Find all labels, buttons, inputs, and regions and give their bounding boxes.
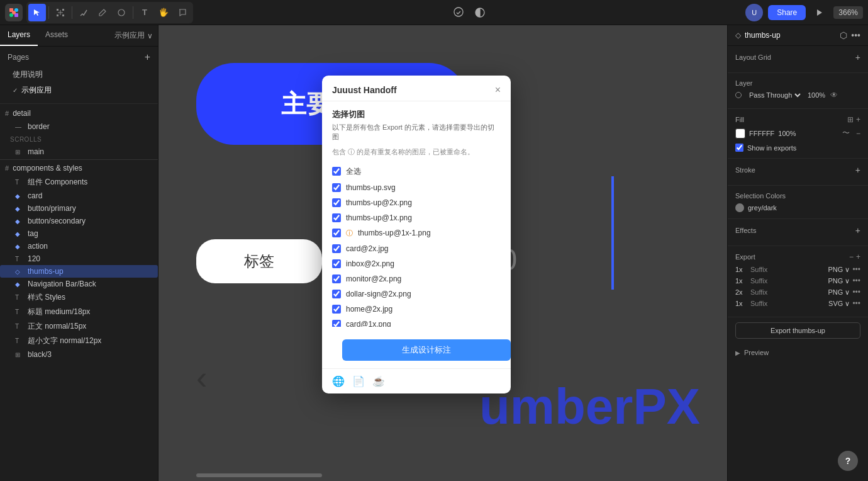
canvas[interactable]: 主要按钮 标签 20 × 20 120 ‹ umberPX bbox=[159, 25, 727, 481]
item-1-checkbox[interactable] bbox=[332, 198, 341, 207]
generate-button[interactable]: 生成设计标注 bbox=[342, 339, 511, 361]
export-button[interactable]: Export thumbs-up bbox=[735, 322, 860, 339]
modal-item-5[interactable]: inbox@2x.png bbox=[332, 256, 501, 271]
modal-item-6[interactable]: monitor@2x.png bbox=[332, 271, 501, 286]
canvas-scrollbar[interactable] bbox=[196, 473, 322, 477]
fill-grid-icon[interactable]: ⊞ bbox=[847, 115, 854, 124]
export-format-1[interactable]: PNG ∨ bbox=[828, 277, 850, 285]
layer-item-components-t[interactable]: T 组件 Components bbox=[0, 175, 158, 190]
layer-item-styles-t[interactable]: T 样式 Styles bbox=[0, 290, 158, 305]
page-item-example[interactable]: ✓ 示例应用 bbox=[8, 82, 150, 98]
layer-item-button-secondary[interactable]: ◆ button/secondary bbox=[0, 215, 158, 227]
tool-separator-2 bbox=[72, 6, 72, 19]
modal-item-9[interactable]: card@1x.png bbox=[332, 317, 501, 327]
modal-close-button[interactable]: × bbox=[495, 84, 501, 96]
fill-label: Fill bbox=[735, 116, 744, 123]
document-icon[interactable]: 📄 bbox=[352, 375, 365, 387]
export-format-2[interactable]: PNG ∨ bbox=[828, 288, 850, 297]
cup-icon[interactable]: ☕ bbox=[372, 375, 385, 387]
modal-select-all[interactable]: 全选 bbox=[332, 163, 501, 180]
modal-item-8[interactable]: home@2x.jpg bbox=[332, 302, 501, 317]
fill-header: Fill ⊞ + bbox=[735, 115, 860, 124]
share-button[interactable]: Share bbox=[768, 5, 806, 20]
export-format-3[interactable]: SVG ∨ bbox=[828, 300, 850, 308]
item-8-checkbox[interactable] bbox=[332, 305, 341, 314]
layer-item-main[interactable]: ⊞ main bbox=[0, 145, 158, 158]
item-5-checkbox[interactable] bbox=[332, 259, 341, 268]
zoom-level[interactable]: 366% bbox=[833, 6, 863, 19]
layer-item-tag[interactable]: ◆ tag bbox=[0, 227, 158, 240]
layout-grid-add[interactable]: + bbox=[855, 52, 860, 62]
layer-item-black3[interactable]: ⊞ black/3 bbox=[0, 348, 158, 361]
play-button[interactable] bbox=[811, 4, 828, 21]
more-options-icon[interactable]: ••• bbox=[851, 30, 860, 40]
comment-tool[interactable] bbox=[174, 4, 191, 21]
show-in-exports-checkbox[interactable] bbox=[735, 144, 743, 152]
layer-item-small[interactable]: T 超小文字 normal/12px bbox=[0, 334, 158, 348]
layer-section-components[interactable]: # components & styles bbox=[0, 161, 158, 175]
pen-tool[interactable] bbox=[75, 4, 92, 21]
item-9-checkbox[interactable] bbox=[332, 320, 341, 327]
layer-item-button-primary[interactable]: ◆ button/primary bbox=[0, 202, 158, 215]
fill-add-icon[interactable]: + bbox=[856, 115, 860, 124]
select-all-checkbox[interactable] bbox=[332, 167, 341, 176]
modal-item-2[interactable]: thumbs-up@1x.png bbox=[332, 210, 501, 225]
layer-item-action[interactable]: ◆ action bbox=[0, 240, 158, 252]
component-link-icon[interactable]: ⬡ bbox=[840, 30, 847, 40]
layer-item-border[interactable]: — border bbox=[0, 120, 158, 133]
item-2-checkbox[interactable] bbox=[332, 213, 341, 222]
tab-app[interactable]: 示例应用 ∨ bbox=[109, 25, 158, 46]
page-item-usage[interactable]: 使用说明 bbox=[8, 67, 150, 82]
export-more-3[interactable]: ••• bbox=[852, 299, 860, 308]
preview-toggle[interactable]: ▶ Preview bbox=[735, 349, 860, 356]
tab-layers[interactable]: Layers bbox=[0, 25, 38, 46]
modal-item-1[interactable]: thumbs-up@2x.png bbox=[332, 195, 501, 210]
item-0-checkbox[interactable] bbox=[332, 183, 341, 192]
fill-minus-icon[interactable]: − bbox=[856, 129, 860, 138]
layer-item-title[interactable]: T 标题 medium/18px bbox=[0, 305, 158, 319]
modal-item-4[interactable]: card@2x.jpg bbox=[332, 241, 501, 256]
layer-item-navbar[interactable]: ◆ Navigation Bar/Back bbox=[0, 278, 158, 290]
layer-item-body[interactable]: T 正文 normal/15px bbox=[0, 319, 158, 334]
help-button[interactable]: ? bbox=[838, 451, 858, 471]
visibility-toggle[interactable]: 👁 bbox=[830, 91, 838, 99]
item-4-checkbox[interactable] bbox=[332, 244, 341, 253]
modal-item-0[interactable]: thumbs-up.svg bbox=[332, 180, 501, 195]
effects-add[interactable]: + bbox=[855, 225, 860, 235]
pencil-tool[interactable] bbox=[94, 4, 111, 21]
text-tool[interactable]: T bbox=[136, 4, 153, 21]
selection-colors-label: Selection Colors bbox=[735, 192, 786, 200]
export-more-1[interactable]: ••• bbox=[852, 276, 860, 285]
canvas-back-arrow[interactable]: ‹ bbox=[196, 359, 207, 397]
add-page-button[interactable]: + bbox=[145, 52, 150, 63]
export-more-0[interactable]: ••• bbox=[852, 265, 860, 274]
canvas-large-text: umberPX bbox=[479, 378, 700, 436]
layer-item-card[interactable]: ◆ card bbox=[0, 190, 158, 202]
hand-tool[interactable]: 🖐 bbox=[155, 4, 172, 21]
fill-color-swatch[interactable] bbox=[735, 128, 745, 139]
layer-header: Layer bbox=[735, 79, 860, 87]
item-7-checkbox[interactable] bbox=[332, 290, 341, 298]
app-logo[interactable] bbox=[5, 4, 23, 21]
selection-color-swatch[interactable] bbox=[735, 203, 744, 212]
tab-assets[interactable]: Assets bbox=[38, 25, 75, 46]
export-more-2[interactable]: ••• bbox=[852, 288, 860, 297]
item-6-checkbox[interactable] bbox=[332, 274, 341, 283]
modal-item-3[interactable]: ⓘ thumbs-up@1x-1.png bbox=[332, 225, 501, 241]
export-minus-icon[interactable]: − bbox=[849, 252, 854, 261]
layer-item-thumbsup[interactable]: ◇ thumbs-up bbox=[0, 265, 158, 278]
blend-mode-select[interactable]: Pass Through bbox=[747, 91, 803, 99]
globe-icon[interactable]: 🌐 bbox=[332, 375, 345, 387]
shape-tool[interactable] bbox=[113, 4, 130, 21]
export-format-0[interactable]: PNG ∨ bbox=[828, 266, 850, 274]
modal-item-7[interactable]: dollar-sign@2x.png bbox=[332, 286, 501, 302]
export-add-icon[interactable]: + bbox=[856, 252, 860, 261]
select-tool[interactable] bbox=[28, 4, 46, 21]
stroke-add[interactable]: + bbox=[855, 165, 860, 175]
layer-section-detail[interactable]: # detail bbox=[0, 106, 158, 120]
frame-tool[interactable] bbox=[52, 4, 69, 21]
canvas-tag-element[interactable]: 标签 bbox=[196, 239, 322, 283]
layer-item-120[interactable]: T 120 bbox=[0, 252, 158, 265]
user-avatar[interactable]: U bbox=[745, 4, 763, 21]
item-3-checkbox[interactable] bbox=[332, 229, 341, 237]
